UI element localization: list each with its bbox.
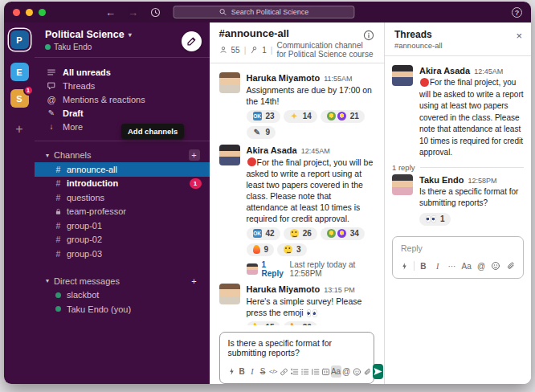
channel-announce-all[interactable]: # announce-all [35,162,210,177]
channel-group-02[interactable]: # group-02 [35,233,210,247]
add-dm-button[interactable]: + [189,276,200,287]
dm-section-header[interactable]: ▾ Direct messages + [35,274,210,288]
workspace-icon-p[interactable]: P [10,31,29,49]
reaction-sparkles[interactable]: ✦14 [284,110,317,123]
new-message-button[interactable] [182,31,202,51]
reaction-pencil[interactable]: ✎9 [247,126,276,139]
forward-arrow-icon[interactable]: → [128,7,138,18]
avatar[interactable] [219,284,240,304]
ordered-list-button[interactable] [289,365,300,378]
sidebar-item-all-unreads[interactable]: All unreads [35,65,210,79]
reply-link[interactable]: 1 Reply [262,260,286,278]
channel-group-01[interactable]: # group-01 [35,218,210,233]
avatar[interactable] [392,65,413,86]
thread-toolbar: BI···Aa@ [393,260,523,278]
dm-header-label: Direct messages [54,276,120,286]
dm-taku-endo-you[interactable]: Taku Endo (you) [35,302,210,316]
app-body: PES1+ Political Science ▾ Taku Endo All … [4,22,531,384]
channel-questions[interactable]: # questions [35,190,210,205]
send-button[interactable] [373,364,383,379]
history-clock-icon[interactable] [150,7,161,18]
bold-button[interactable]: B [237,365,247,378]
reaction-ok[interactable]: OK23 [247,110,280,123]
reaction-wink[interactable]: 3 [277,243,307,256]
wink-emoji [284,245,292,254]
pencil-emoji: ✎ [253,128,262,137]
help-icon[interactable]: ? [512,7,522,18]
channels-section-header[interactable]: ▾ Channels + [35,148,210,162]
avatar[interactable] [219,72,240,93]
message-timestamp: 12:58PM [468,177,496,185]
back-arrow-icon[interactable]: ← [105,7,116,18]
bullet-list-button[interactable] [300,365,310,378]
presence-dot [55,306,62,312]
workspace-icon-s[interactable]: S1 [10,89,29,108]
reaction-eyes[interactable]: 1 [419,213,451,226]
code-block-button[interactable] [321,365,331,378]
reaction-green-purple-pair[interactable]: 21 [321,110,365,123]
italic-button[interactable]: I [432,260,443,272]
attach-button[interactable] [362,365,373,378]
reactions-row: 1530 [247,321,375,326]
fist-emoji [290,323,299,325]
reaction-smile[interactable]: 26 [284,227,317,240]
lightning-button[interactable] [399,260,410,272]
channel-group-03[interactable]: # group-03 [35,247,210,261]
composer-input[interactable]: Is there a specific format for submittin… [220,333,374,361]
search-icon [219,8,227,16]
avatar[interactable] [219,145,240,165]
sidebar-item-draft[interactable]: ✎ Draft [35,106,210,120]
reaction-fire[interactable]: 9 [247,243,275,256]
smile-emoji [290,229,299,238]
search-input[interactable]: Search Political Science [173,6,354,18]
add-channel-button[interactable]: + [189,149,200,161]
blockquote-button[interactable] [310,365,321,378]
reaction-green-purple-pair[interactable]: 34 [321,227,365,240]
message-timestamp: 12:45AM [301,147,330,155]
sidebar-nav: All unreads Threads @ Mentions & reactio… [35,65,210,133]
channel-introduction[interactable]: # introduction 1 [35,177,210,191]
workspace-icon-e[interactable]: E [10,63,29,81]
fire-emoji [253,245,260,254]
code-button[interactable]: </> [268,365,279,378]
info-icon[interactable] [363,30,374,41]
channel-team-professor[interactable]: team-professor [35,205,210,219]
attach-button[interactable] [505,260,517,272]
link-button[interactable] [279,365,289,378]
reaction-fist[interactable]: 30 [284,321,317,326]
reply-input[interactable]: Reply [393,237,523,260]
thread-summary[interactable]: 1 Reply Last reply today at 12:58PM [247,260,375,278]
workspace-header[interactable]: Political Science ▾ Taku Endo [35,22,210,58]
close-window-button[interactable] [13,9,20,16]
channels-list: # announce-all # introduction 1 # questi… [35,162,210,261]
titlebar: ← → Search Political Science ? [4,2,531,22]
avatar[interactable] [392,174,413,195]
add-workspace-button[interactable]: + [15,122,22,137]
format-button[interactable]: Aa [331,365,341,378]
sidebar-item-threads[interactable]: Threads [35,79,210,92]
reaction-thumbsup[interactable]: 15 [247,321,280,326]
hash-icon: # [55,235,62,244]
chevron-down-icon: ▾ [129,31,132,39]
strike-button[interactable]: S [258,365,268,378]
pin-count[interactable]: 1 [262,46,267,55]
emoji-button[interactable] [352,365,362,378]
mention-button[interactable]: @ [476,260,487,272]
lightning-button[interactable] [227,365,237,378]
italic-button[interactable]: I [247,365,258,378]
sidebar-item-mentions-reactions[interactable]: @ Mentions & reactions [35,92,210,106]
format-button[interactable]: Aa [461,260,472,272]
ellipsis-button[interactable]: ··· [447,260,457,272]
bold-button[interactable]: B [418,260,428,272]
channel-header: #announce-all 55 | 1 | Communication cha… [210,22,385,63]
message-author: Haruka Miyamoto [247,73,321,83]
maximize-window-button[interactable] [39,9,46,16]
minimize-window-button[interactable] [26,9,33,16]
emoji-button[interactable] [490,260,501,272]
message-text: Is there a specific format for submittin… [419,186,525,210]
dm-slackbot[interactable]: slackbot [35,288,210,303]
close-icon[interactable]: × [516,31,522,41]
reaction-ok[interactable]: OK42 [247,227,280,240]
member-count[interactable]: 55 [231,46,240,55]
mention-button[interactable]: @ [341,365,352,378]
